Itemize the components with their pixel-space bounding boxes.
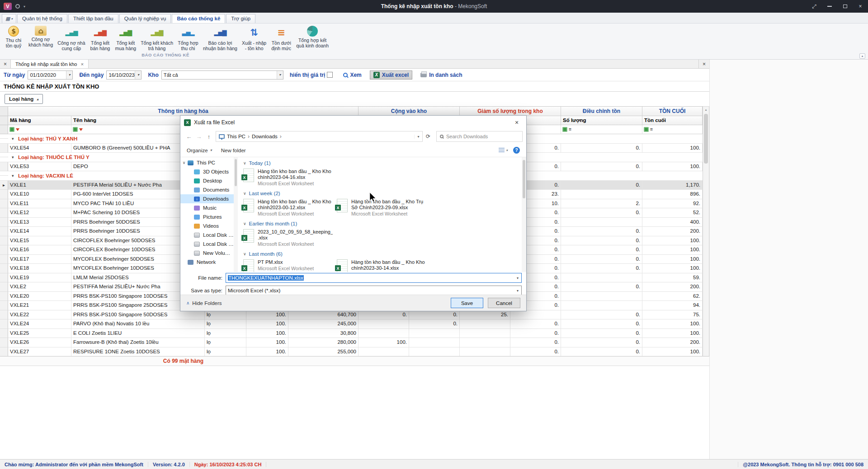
ribbon-button-inventory-inout[interactable]: Xuất - nhập - tồn kho (240, 25, 269, 52)
ribbon-tab-3[interactable]: Quản lý nghiệp vụ (119, 14, 171, 23)
ribbon-button-returns-summary[interactable]: Tổng kết khách trả hàng (138, 25, 175, 52)
save-type-dropdown-icon[interactable] (514, 289, 521, 293)
ribbon-button-below-minimum[interactable]: Tồn dưới định mức (269, 25, 294, 52)
list-scrollbar[interactable] (522, 157, 526, 272)
tree-item-desktop[interactable]: Desktop (180, 176, 234, 185)
tree-item-videos[interactable]: Videos (180, 221, 234, 230)
tree-item-objects3d[interactable]: 3D Objects (180, 167, 234, 176)
organize-button[interactable]: Organize (187, 148, 212, 153)
grid-row-VXLE22[interactable]: VXLE22PRRS BSK-PS100 Singapore 50DOSESlọ… (0, 310, 703, 320)
search-box[interactable]: Search Downloads (436, 131, 523, 142)
breadcrumb-folder[interactable]: Downloads (252, 134, 278, 139)
ribbon-button-purchase-summary[interactable]: Tổng kết mua hàng (113, 25, 138, 52)
file-tile[interactable]: XHàng tồn kho ban đầu _ Kho Kho chính202… (243, 169, 333, 187)
tree-item-pc[interactable]: ∨This PC (180, 158, 234, 167)
tree-scrollbar[interactable] (234, 157, 238, 272)
filter-cell-ton[interactable]: = (642, 125, 703, 134)
app-logo-icon[interactable]: V (4, 3, 12, 10)
scroll-up-icon[interactable] (703, 107, 709, 113)
hide-folders-button[interactable]: Hide Folders (186, 300, 222, 306)
warehouse-select[interactable]: Tất cả (161, 70, 283, 80)
ribbon-tab-1[interactable]: Quản trị hệ thống (17, 14, 67, 23)
group-collapse-icon[interactable] (12, 171, 18, 181)
view-button[interactable]: Xem (340, 71, 364, 79)
ribbon-tab-4[interactable]: Báo cáo thống kê (172, 14, 225, 23)
ribbon-button-sales-summary[interactable]: Tổng kết bán hàng (87, 25, 113, 52)
column-header-ton[interactable]: Tồn cuối (642, 116, 703, 125)
back-button[interactable] (184, 133, 194, 140)
tree-item-music[interactable]: Music (180, 203, 234, 212)
cancel-button[interactable]: Cancel (488, 298, 520, 308)
close-button[interactable] (853, 0, 868, 13)
address-bar[interactable]: This PC Downloads (216, 131, 423, 142)
file-tile[interactable]: XHàng tồn kho ban đầu _ Kho Kho chính202… (243, 199, 333, 217)
tree-item-downloads[interactable]: Downloads (180, 194, 234, 203)
ribbon-tab-5[interactable]: Trợ giúp (226, 14, 255, 23)
tree-item-pictures[interactable]: Pictures (180, 212, 234, 221)
file-tile[interactable]: XPT PM.xlsxMicrosoft Excel Worksheet (243, 259, 333, 272)
scroll-thumb[interactable] (704, 114, 708, 164)
ribbon-button-customer-debt[interactable]: Công nợ khách hàng (26, 25, 55, 52)
tree-item-disk[interactable]: Local Disk (E:) (180, 239, 234, 249)
group-by-button[interactable]: Loại hàng (5, 94, 43, 104)
column-header-dc[interactable]: Số lượng (561, 116, 642, 125)
dialog-titlebar[interactable]: Xuất ra file Excel (180, 116, 526, 129)
grid-row-VXLE26[interactable]: VXLE26Farrowsure-B (Khô thai) Zoetis 10l… (0, 338, 703, 347)
ribbon-collapse-icon[interactable] (859, 53, 865, 59)
fit-window-button[interactable] (807, 0, 822, 13)
ribbon-button-supplier-debt[interactable]: Công nợ nhà cung cấp (55, 25, 87, 52)
grid-row-VXLE25[interactable]: VXLE25E COLI Zoetis 1LIEUlọ100.30,8000.0… (0, 329, 703, 338)
tabstrip-close-right-button[interactable] (698, 60, 709, 68)
document-tab[interactable]: Thống kê nhập xuất tồn kho (11, 60, 89, 68)
file-name-input[interactable]: THONGKEXUATNHAPTON.xlsx (226, 273, 522, 283)
file-name-dropdown-icon[interactable] (514, 276, 521, 280)
ribbon-button-cash-fund[interactable]: Thu chi tồn quỹ (1, 25, 26, 52)
file-tile[interactable]: XHàng tồn kho ban đầu _ Kho Trụ Sở Chính… (337, 199, 426, 217)
view-mode-button[interactable] (499, 148, 508, 153)
filter-cell-ma[interactable] (8, 125, 71, 134)
minimize-button[interactable] (822, 0, 837, 13)
quick-access-ring-icon[interactable] (15, 4, 20, 9)
file-tile[interactable]: XHàng tồn kho ban đầu _ Kho Kho chính202… (337, 259, 426, 272)
file-group-header[interactable]: Last week (2) (243, 189, 521, 197)
up-button[interactable] (204, 133, 214, 140)
help-button[interactable] (513, 147, 520, 154)
quick-access-dropdown-icon[interactable] (24, 5, 25, 9)
tree-item-network[interactable]: Network (180, 258, 234, 267)
from-date-dropdown-icon[interactable] (66, 71, 72, 79)
group-collapse-icon[interactable] (12, 153, 18, 162)
tree-item-disk[interactable]: New Volume (G:) (180, 249, 234, 258)
column-header-ma[interactable]: Mã hàng (8, 116, 71, 125)
group-collapse-icon[interactable] (12, 134, 18, 144)
tree-item-disk[interactable]: Local Disk (C:) (180, 230, 234, 239)
ribbon-button-profit-report[interactable]: Báo cáo lợi nhuận bán hàng (201, 25, 240, 52)
dialog-close-button[interactable] (507, 116, 526, 129)
grid-row-VXLE27[interactable]: VXLE27RESPISURE 1ONE Zoetis 10DOSESlọ100… (0, 347, 703, 357)
filter-cell-dc[interactable]: = (561, 125, 642, 134)
file-group-header[interactable]: Today (1) (243, 159, 521, 167)
file-group-header[interactable]: Earlier this month (1) (243, 219, 521, 228)
maximize-button[interactable] (837, 0, 853, 13)
tabstrip-close-left-button[interactable] (0, 60, 11, 68)
tab-close-icon[interactable] (80, 61, 83, 67)
warehouse-dropdown-icon[interactable] (277, 71, 283, 79)
show-value-checkbox[interactable] (327, 72, 333, 78)
forward-button[interactable] (194, 133, 204, 140)
tree-item-documents[interactable]: Documents (180, 185, 234, 194)
breadcrumb-root[interactable]: This PC (227, 134, 245, 139)
application-menu-button[interactable] (2, 14, 16, 23)
export-excel-button[interactable]: Xuất excel (370, 70, 412, 80)
save-type-select[interactable]: Microsoft Excel (*.xlsx) (226, 286, 522, 295)
file-group-header[interactable]: Last month (6) (243, 249, 521, 258)
address-dropdown-icon[interactable] (414, 135, 422, 139)
ribbon-button-business-result[interactable]: Tổng hợp kết quả kinh doanh (294, 25, 331, 52)
ribbon-tab-2[interactable]: Thiết lập ban đầu (68, 14, 118, 23)
save-button[interactable]: Save (451, 298, 483, 308)
grid-vertical-scrollbar[interactable] (703, 106, 709, 366)
from-date-input[interactable]: 01/10/2020 (28, 70, 73, 80)
grid-row-VXLE24[interactable]: VXLE24PARVO (Khô thai) Novatis 10 lềulọ1… (0, 319, 703, 329)
refresh-button[interactable] (423, 133, 434, 140)
print-button[interactable]: In danh sách (417, 71, 465, 79)
file-tile[interactable]: X2023_10_02_09_59_58_keeping_time .xlsxM… (243, 229, 333, 247)
to-date-input[interactable]: 16/10/2023 (106, 70, 142, 80)
